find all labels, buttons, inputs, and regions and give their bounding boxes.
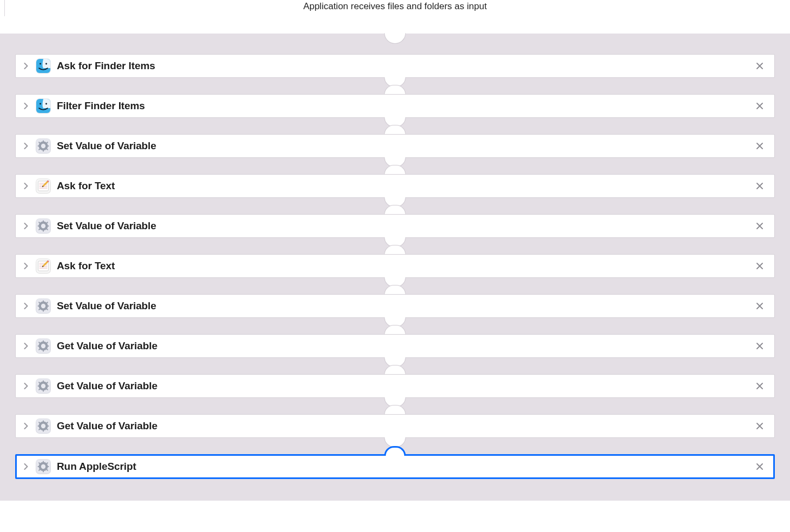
workflow-action[interactable]: Get Value of Variable [15, 334, 775, 358]
action-connector [15, 118, 775, 134]
workflow-input-text: Application receives files and folders a… [303, 1, 486, 12]
disclosure-chevron-icon[interactable] [21, 421, 31, 431]
remove-action-button[interactable] [753, 179, 767, 193]
connector-from-input [0, 34, 790, 54]
disclosure-chevron-icon[interactable] [21, 221, 31, 231]
remove-action-button[interactable] [753, 59, 767, 73]
action-connector [15, 198, 775, 214]
action-app-icon [35, 338, 51, 354]
workflow-action[interactable]: Ask for Text [15, 174, 775, 198]
action-connector [15, 238, 775, 254]
disclosure-chevron-icon[interactable] [21, 101, 31, 111]
remove-action-button[interactable] [753, 299, 767, 313]
remove-action-button[interactable] [753, 99, 767, 113]
remove-action-button[interactable] [753, 259, 767, 273]
workflow-action[interactable]: Set Value of Variable [15, 294, 775, 318]
action-title: Filter Finder Items [57, 100, 753, 112]
action-title: Set Value of Variable [57, 140, 753, 152]
disclosure-chevron-icon[interactable] [21, 381, 31, 391]
action-connector [15, 318, 775, 334]
action-app-icon [35, 58, 51, 74]
disclosure-chevron-icon[interactable] [21, 341, 31, 351]
disclosure-chevron-icon[interactable] [21, 301, 31, 311]
action-connector [15, 438, 775, 454]
workflow-action[interactable]: Ask for Finder Items [15, 54, 775, 78]
remove-action-button[interactable] [753, 460, 767, 474]
disclosure-chevron-icon[interactable] [21, 181, 31, 191]
workflow-action[interactable]: Run AppleScript [15, 454, 775, 479]
remove-action-button[interactable] [753, 139, 767, 153]
action-app-icon [35, 298, 51, 314]
workflow-action[interactable]: Filter Finder Items [15, 94, 775, 118]
action-connector [15, 398, 775, 414]
workflow-input-header: Application receives files and folders a… [0, 0, 790, 34]
action-title: Get Value of Variable [57, 340, 753, 352]
disclosure-chevron-icon[interactable] [21, 462, 31, 471]
action-app-icon [35, 218, 51, 234]
window-left-divider [0, 0, 5, 16]
remove-action-button[interactable] [753, 339, 767, 353]
remove-action-button[interactable] [753, 219, 767, 233]
action-title: Get Value of Variable [57, 420, 753, 432]
action-title: Get Value of Variable [57, 380, 753, 392]
remove-action-button[interactable] [753, 419, 767, 433]
action-app-icon [35, 258, 51, 274]
remove-action-button[interactable] [753, 379, 767, 393]
action-connector [15, 78, 775, 94]
action-title: Ask for Text [57, 180, 753, 192]
action-app-icon [35, 378, 51, 394]
action-connector [15, 278, 775, 294]
disclosure-chevron-icon[interactable] [21, 261, 31, 271]
workflow-action[interactable]: Get Value of Variable [15, 414, 775, 438]
action-app-icon [35, 138, 51, 154]
disclosure-chevron-icon[interactable] [21, 61, 31, 71]
disclosure-chevron-icon[interactable] [21, 141, 31, 151]
action-connector [15, 358, 775, 374]
action-connector [15, 158, 775, 174]
action-title: Ask for Finder Items [57, 60, 753, 72]
workflow-action[interactable]: Ask for Text [15, 254, 775, 278]
action-title: Set Value of Variable [57, 220, 753, 232]
action-app-icon [35, 418, 51, 434]
workflow-action[interactable]: Set Value of Variable [15, 134, 775, 158]
action-app-icon [35, 98, 51, 114]
workflow-action[interactable]: Set Value of Variable [15, 214, 775, 238]
action-app-icon [35, 458, 51, 475]
workflow-canvas: Ask for Finder Items Filter Finder Items… [0, 34, 790, 501]
action-title: Set Value of Variable [57, 300, 753, 312]
action-app-icon [35, 178, 51, 194]
action-title: Run AppleScript [57, 461, 753, 473]
workflow-action[interactable]: Get Value of Variable [15, 374, 775, 398]
action-title: Ask for Text [57, 260, 753, 272]
